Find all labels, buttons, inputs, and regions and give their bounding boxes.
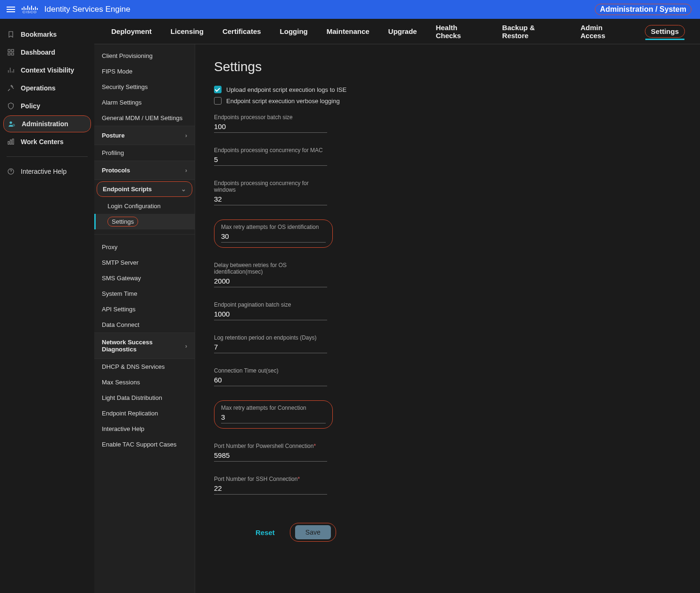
- field-label: Endpoints processing concurrency for MAC: [214, 147, 327, 154]
- tab-health-checks[interactable]: Health Checks: [434, 22, 485, 41]
- nav-bookmarks[interactable]: Bookmarks: [0, 25, 94, 43]
- panel-profiling[interactable]: Profiling: [94, 145, 195, 161]
- reset-button[interactable]: Reset: [255, 528, 275, 536]
- svg-rect-8: [12, 139, 14, 144]
- panel-system-time[interactable]: System Time: [94, 286, 195, 301]
- topbar-left: CISCO Identity Services Engine: [7, 5, 130, 14]
- topbar: CISCO Identity Services Engine Administr…: [0, 0, 700, 19]
- panel-sms[interactable]: SMS Gateway: [94, 270, 195, 286]
- panel-general-mdm[interactable]: General MDM / UEM Settings: [94, 110, 195, 126]
- nav-label: Context Visibility: [21, 66, 74, 74]
- field-value[interactable]: 30: [221, 232, 326, 243]
- panel-light-data-dist[interactable]: Light Data Distribution: [94, 390, 195, 406]
- panel-endpoint-scripts-settings[interactable]: Settings: [94, 214, 195, 229]
- field-value[interactable]: 1000: [214, 310, 327, 320]
- panel-alarm-settings[interactable]: Alarm Settings: [94, 95, 195, 110]
- panel-client-provisioning[interactable]: Client Provisioning: [94, 48, 195, 64]
- field-label: Port Number for SSH Connection*: [214, 476, 327, 482]
- check-row-upload: Upload endpoint script execution logs to…: [214, 86, 681, 93]
- interactive-help-link[interactable]: Interactive Help: [0, 162, 94, 180]
- tab-certificates[interactable]: Certificates: [221, 25, 263, 37]
- panel-interactive-help-link2[interactable]: Interactive Help: [94, 421, 195, 437]
- svg-rect-0: [8, 49, 10, 52]
- save-button-highlight: Save: [290, 523, 336, 542]
- panel-network-diag[interactable]: Network Success Diagnostics ›: [94, 333, 195, 359]
- nav-work-centers[interactable]: Work Centers: [0, 133, 94, 151]
- panel-dhcp-dns[interactable]: DHCP & DNS Services: [94, 359, 195, 374]
- checkbox-upload-logs[interactable]: [214, 86, 222, 93]
- field-value[interactable]: 100: [214, 122, 327, 133]
- chevron-down-icon: ⌄: [181, 186, 186, 193]
- field-conc-mac: Endpoints processing concurrency for MAC…: [214, 147, 327, 166]
- panel-divider: [94, 234, 195, 235]
- actions: Reset Save: [214, 523, 681, 542]
- field-value[interactable]: 5985: [214, 451, 327, 462]
- save-button[interactable]: Save: [295, 525, 331, 539]
- svg-point-5: [13, 124, 15, 126]
- panel-smtp[interactable]: SMTP Server: [94, 255, 195, 270]
- field-value[interactable]: 2000: [214, 277, 327, 287]
- check-label: Endpoint script execution verbose loggin…: [226, 97, 340, 105]
- field-value[interactable]: 5: [214, 155, 327, 166]
- panel-protocols[interactable]: Protocols ›: [94, 161, 195, 180]
- nav-operations[interactable]: Operations: [0, 79, 94, 97]
- panel-security-settings[interactable]: Security Settings: [94, 79, 195, 95]
- menu-icon[interactable]: [7, 7, 15, 12]
- tab-upgrade[interactable]: Upgrade: [387, 25, 419, 37]
- nav-policy[interactable]: Policy: [0, 97, 94, 115]
- field-label: Log retention period on endpoints (Days): [214, 334, 327, 341]
- field-value[interactable]: 60: [214, 376, 327, 386]
- field-value[interactable]: 22: [214, 484, 327, 495]
- panel-endpoint-scripts[interactable]: Endpoint Scripts ⌄: [97, 182, 192, 196]
- workcenters-icon: [7, 138, 15, 146]
- tab-settings[interactable]: Settings: [645, 25, 685, 38]
- chevron-right-icon: ›: [185, 132, 187, 139]
- field-conc-win: Endpoints processing concurrency for win…: [214, 180, 327, 205]
- panel-endpoint-replication[interactable]: Endpoint Replication: [94, 406, 195, 421]
- tab-backup-restore[interactable]: Backup & Restore: [500, 22, 563, 41]
- panel-proxy[interactable]: Proxy: [94, 239, 195, 255]
- context-icon: [7, 66, 15, 74]
- dashboard-icon: [7, 48, 15, 57]
- tab-logging[interactable]: Logging: [278, 25, 310, 37]
- panel-header-label: Network Success Diagnostics: [102, 339, 185, 353]
- panel-max-sessions[interactable]: Max Sessions: [94, 374, 195, 390]
- field-value[interactable]: 7: [214, 343, 327, 353]
- svg-rect-7: [10, 140, 12, 144]
- panel-posture[interactable]: Posture ›: [94, 126, 195, 145]
- tab-admin-access[interactable]: Admin Access: [578, 22, 629, 41]
- operations-icon: [7, 84, 15, 92]
- tab-licensing[interactable]: Licensing: [169, 25, 206, 37]
- field-max-retry-conn: Max retry attempts for Connection 3: [214, 400, 333, 429]
- main-cols: Client Provisioning FIPS Mode Security S…: [94, 44, 700, 593]
- policy-icon: [7, 102, 15, 110]
- panel-login-configuration[interactable]: Login Configuration: [94, 198, 195, 214]
- panel-api-settings[interactable]: API Settings: [94, 301, 195, 317]
- page-title: Settings: [214, 59, 681, 74]
- cisco-word: CISCO: [23, 10, 37, 14]
- nav-administration[interactable]: Administration: [4, 116, 91, 132]
- field-value[interactable]: 32: [214, 195, 327, 205]
- panel-fips-mode[interactable]: FIPS Mode: [94, 64, 195, 79]
- breadcrumb[interactable]: Administration / System: [595, 4, 692, 15]
- field-pagination-batch: Endpoint pagination batch size 1000: [214, 301, 327, 320]
- tab-maintenance[interactable]: Maintenance: [325, 25, 371, 37]
- checkbox-verbose-logging[interactable]: [214, 97, 222, 105]
- svg-rect-2: [8, 53, 10, 55]
- field-log-retention: Log retention period on endpoints (Days)…: [214, 334, 327, 353]
- chevron-right-icon: ›: [185, 342, 187, 349]
- field-label: Delay between retries for OS identificat…: [214, 262, 327, 275]
- field-max-retry-os: Max retry attempts for OS identification…: [214, 219, 333, 248]
- field-value[interactable]: 3: [221, 413, 326, 423]
- chevron-right-icon: ›: [185, 167, 187, 174]
- panel-header-label: Endpoint Scripts: [103, 186, 152, 193]
- panel-data-connect[interactable]: Data Connect: [94, 317, 195, 333]
- nav-label: Policy: [21, 102, 40, 110]
- panel-enable-tac[interactable]: Enable TAC Support Cases: [94, 437, 195, 452]
- nav-context[interactable]: Context Visibility: [0, 61, 94, 79]
- field-port-ps: Port Number for Powershell Connection* 5…: [214, 443, 327, 462]
- nav-dashboard[interactable]: Dashboard: [0, 43, 94, 61]
- app-title: Identity Services Engine: [44, 5, 130, 14]
- tab-deployment[interactable]: Deployment: [109, 25, 154, 37]
- field-label: Max retry attempts for OS identification: [221, 224, 326, 230]
